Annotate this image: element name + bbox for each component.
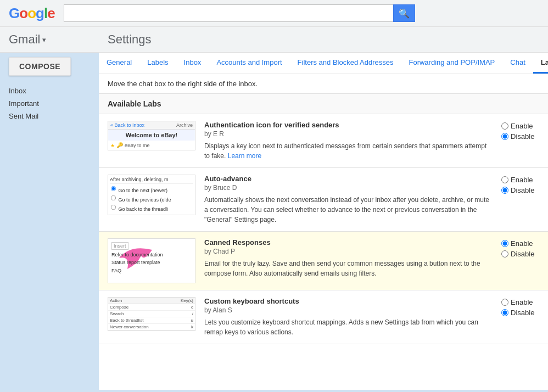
sidebar-item-important[interactable]: Important — [0, 97, 99, 110]
tab-accounts-import[interactable]: Accounts and Import — [209, 53, 289, 74]
disable-radio-authentication[interactable] — [501, 133, 508, 140]
lab-controls-auto-advance: Enable Disable — [501, 175, 548, 194]
tab-labs[interactable]: Labs — [533, 53, 548, 74]
lab-desc-text-auto-advance: Automatically shows the next conversatio… — [204, 195, 493, 225]
lab-controls-canned-responses: Enable Disable — [501, 238, 548, 258]
tab-labels[interactable]: Labels — [139, 53, 176, 74]
sidebar: COMPOSE Inbox Important Sent Mail — [0, 53, 99, 390]
chat-notice: Move the chat box to the right side of t… — [99, 74, 548, 94]
enable-radio-canned-responses[interactable] — [501, 240, 508, 247]
sidebar-nav: Inbox Important Sent Mail — [0, 85, 99, 122]
lab-desc-text-canned-responses: Email for the truly lazy. Save and then … — [204, 259, 493, 278]
lab-author-keyboard-shortcuts: by Alan S — [204, 306, 493, 314]
enable-label-keyboard-shortcuts[interactable]: Enable — [501, 298, 548, 306]
enable-label-canned-responses[interactable]: Enable — [501, 239, 548, 248]
lab-description-keyboard-shortcuts: Custom keyboard shortcuts by Alan S Lets… — [204, 297, 493, 337]
disable-radio-auto-advance[interactable] — [501, 187, 508, 194]
learn-more-authentication[interactable]: Learn more — [228, 152, 261, 160]
canned-insert-label: Insert — [111, 242, 128, 250]
tab-inbox[interactable]: Inbox — [176, 53, 209, 74]
tab-filters-blocked[interactable]: Filters and Blocked Addresses — [290, 53, 401, 74]
lab-preview-keyboard-shortcuts: Action Key(s) Composec Search/ Back to t… — [108, 297, 195, 331]
kb-row-newer: Newer conversationk — [108, 324, 195, 331]
lab-preview-auto-advance: After archiving, deleting, m Go to the n… — [108, 175, 195, 215]
settings-tabs: General Labels Inbox Accounts and Import… — [99, 53, 548, 74]
lab-desc-text-keyboard-shortcuts: Lets you customize keyboard shortcut map… — [204, 317, 493, 337]
enable-radio-authentication[interactable] — [501, 122, 508, 130]
lab-controls-keyboard-shortcuts: Enable Disable — [501, 297, 548, 317]
lab-item-authentication: « Back to Inbox Archive Welcome to eBay!… — [99, 114, 548, 168]
sidebar-item-inbox[interactable]: Inbox — [0, 85, 99, 97]
google-logo: Google — [9, 5, 55, 22]
disable-label-auto-advance[interactable]: Disable — [501, 186, 548, 194]
kb-row-search: Search/ — [108, 311, 195, 317]
gmail-header: Gmail ▾ Settings — [0, 27, 548, 53]
search-input[interactable] — [64, 4, 393, 22]
canned-list: Refer to documentation Status report tem… — [111, 251, 192, 275]
lab-preview-canned-responses: Insert Refer to documentation Status rep… — [108, 238, 195, 283]
lab-author-auto-advance: by Bruce D — [204, 184, 493, 192]
tab-general[interactable]: General — [99, 53, 139, 74]
top-bar: Google 🔍 — [0, 0, 548, 27]
disable-label-authentication[interactable]: Disable — [501, 132, 548, 141]
lab-author-canned-responses: by Chad P — [204, 248, 493, 255]
enable-radio-auto-advance[interactable] — [501, 176, 508, 183]
tab-chat[interactable]: Chat — [502, 53, 533, 74]
lab-title-keyboard-shortcuts: Custom keyboard shortcuts — [204, 297, 493, 305]
settings-title: Settings — [108, 32, 152, 47]
lab-preview-authentication: « Back to Inbox Archive Welcome to eBay!… — [108, 121, 195, 150]
lab-description-canned-responses: Canned Responses by Chad P Email for the… — [204, 238, 493, 278]
available-labs-header: Available Labs — [99, 94, 548, 114]
disable-label-keyboard-shortcuts[interactable]: Disable — [501, 309, 548, 317]
app-name: Gmail — [9, 32, 40, 47]
content-area: General Labels Inbox Accounts and Import… — [99, 53, 548, 390]
lab-title-canned-responses: Canned Responses — [204, 238, 493, 247]
disable-radio-canned-responses[interactable] — [501, 250, 508, 257]
disable-label-canned-responses[interactable]: Disable — [501, 250, 548, 258]
lab-desc-text-authentication: Displays a key icon next to authenticate… — [204, 141, 493, 161]
sidebar-item-sent-mail[interactable]: Sent Mail — [0, 110, 99, 122]
enable-label-authentication[interactable]: Enable — [501, 122, 548, 130]
search-button[interactable]: 🔍 — [393, 4, 415, 22]
lab-description-auto-advance: Auto-advance by Bruce D Automatically sh… — [204, 175, 493, 225]
lab-author-authentication: by E R — [204, 130, 493, 138]
app-dropdown[interactable]: ▾ — [42, 36, 46, 44]
search-bar: 🔍 — [64, 4, 415, 22]
lab-controls-authentication: Enable Disable — [501, 121, 548, 141]
lab-title-auto-advance: Auto-advance — [204, 175, 493, 183]
enable-label-auto-advance[interactable]: Enable — [501, 176, 548, 184]
kb-row-compose: Composec — [108, 304, 195, 311]
disable-radio-keyboard-shortcuts[interactable] — [501, 309, 508, 316]
lab-description-authentication: Authentication icon for verified senders… — [204, 121, 493, 161]
lab-item-canned-responses: Insert Refer to documentation Status rep… — [99, 232, 548, 290]
kb-row-back: Back to threadlistu — [108, 317, 195, 324]
lab-item-auto-advance: After archiving, deleting, m Go to the n… — [99, 168, 548, 232]
enable-radio-keyboard-shortcuts[interactable] — [501, 299, 508, 306]
chat-notice-text: Move the chat box to the right side of t… — [108, 80, 258, 88]
tab-forwarding-pop[interactable]: Forwarding and POP/IMAP — [401, 53, 502, 74]
main-layout: COMPOSE Inbox Important Sent Mail Genera… — [0, 53, 548, 390]
lab-item-keyboard-shortcuts: Action Key(s) Composec Search/ Back to t… — [99, 290, 548, 344]
compose-button[interactable]: COMPOSE — [9, 57, 71, 76]
lab-title-authentication: Authentication icon for verified senders — [204, 121, 493, 129]
